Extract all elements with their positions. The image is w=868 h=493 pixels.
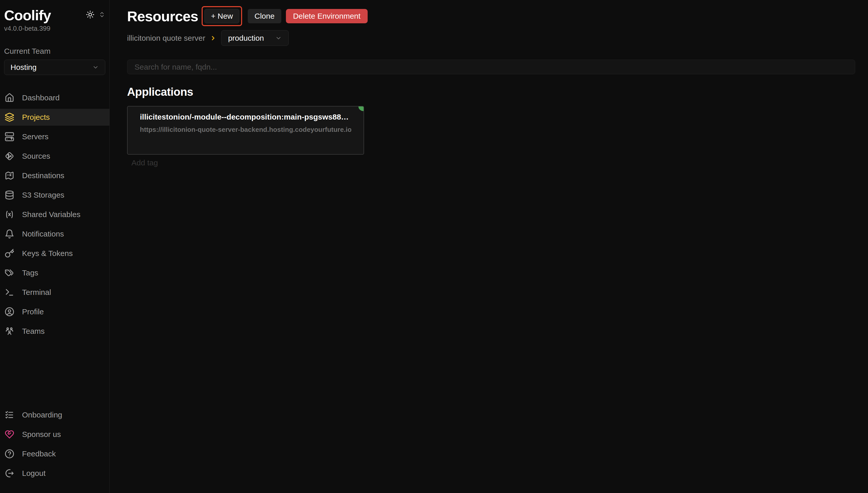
logout-icon — [5, 468, 14, 478]
chevron-down-icon — [92, 64, 99, 71]
heart-icon — [5, 430, 14, 439]
main-content: Resources + New Clone Delete Environment… — [110, 0, 868, 493]
add-tag-button[interactable]: Add tag — [131, 158, 158, 167]
annotation-highlight: + New — [202, 6, 242, 26]
sidebar-item-sponsor-us[interactable]: Sponsor us — [0, 426, 109, 443]
sidebar-item-teams[interactable]: Teams — [0, 323, 109, 340]
sidebar: Coolify v4.0.0-beta.399 Current Team Hos… — [0, 0, 110, 493]
sidebar-item-feedback[interactable]: Feedback — [0, 445, 109, 462]
bell-icon — [5, 229, 14, 239]
sidebar-item-label: Dashboard — [22, 93, 60, 102]
sidebar-item-dashboard[interactable]: Dashboard — [0, 89, 109, 106]
theme-toggle-sun-icon[interactable] — [86, 10, 95, 19]
team-select[interactable]: Hosting — [4, 60, 105, 75]
sidebar-item-keys-tokens[interactable]: Keys & Tokens — [0, 245, 109, 262]
page-title: Resources — [127, 8, 198, 25]
current-team-label: Current Team — [0, 47, 109, 56]
sidebar-item-servers[interactable]: Servers — [0, 128, 109, 145]
sidebar-item-label: Logout — [22, 469, 46, 478]
application-card[interactable]: illicitestonion/-module--decomposition:m… — [127, 106, 364, 155]
app-version: v4.0.0-beta.399 — [0, 25, 109, 33]
sidebar-item-label: S3 Storages — [22, 191, 64, 199]
app-logo[interactable]: Coolify — [4, 7, 51, 24]
map-icon — [5, 171, 14, 180]
sidebar-nav: DashboardProjectsServersSourcesDestinati… — [0, 89, 109, 342]
braces-x-icon — [5, 210, 14, 219]
sidebar-item-label: Keys & Tokens — [22, 249, 73, 258]
checklist-icon — [5, 410, 14, 420]
users-icon — [5, 326, 14, 336]
application-url: https://illicitonion-quote-server-backen… — [140, 126, 351, 134]
sidebar-item-tags[interactable]: Tags — [0, 264, 109, 281]
sidebar-item-shared-variables[interactable]: Shared Variables — [0, 206, 109, 223]
sidebar-item-label: Shared Variables — [22, 210, 80, 219]
breadcrumb: illicitonion quote server production — [127, 30, 855, 46]
terminal-icon — [5, 287, 14, 297]
layers-icon — [5, 112, 14, 122]
sidebar-item-label: Sponsor us — [22, 430, 61, 439]
sidebar-item-sources[interactable]: Sources — [0, 148, 109, 165]
sidebar-item-s3-storages[interactable]: S3 Storages — [0, 187, 109, 203]
server-icon — [5, 132, 14, 142]
tags-icon — [5, 268, 14, 278]
git-icon — [5, 151, 14, 161]
key-icon — [5, 249, 14, 258]
status-running-indicator — [358, 106, 364, 111]
applications-heading: Applications — [127, 86, 855, 98]
sidebar-item-label: Tags — [22, 269, 38, 277]
chevron-right-icon — [210, 35, 216, 41]
sidebar-item-label: Projects — [22, 113, 50, 122]
search-input[interactable] — [127, 60, 855, 74]
user-circle-icon — [5, 307, 14, 317]
sidebar-item-logout[interactable]: Logout — [0, 465, 109, 482]
environment-select-value: production — [228, 34, 264, 42]
sidebar-item-label: Sources — [22, 152, 50, 160]
sidebar-item-label: Onboarding — [22, 411, 62, 419]
sidebar-item-label: Profile — [22, 307, 44, 316]
delete-environment-button[interactable]: Delete Environment — [286, 9, 368, 23]
clone-button[interactable]: Clone — [248, 9, 281, 23]
chevrons-up-down-icon[interactable] — [99, 11, 105, 18]
sidebar-footer-nav: OnboardingSponsor usFeedbackLogout — [0, 406, 109, 493]
sidebar-item-label: Teams — [22, 327, 45, 336]
sidebar-item-notifications[interactable]: Notifications — [0, 226, 109, 242]
environment-select[interactable]: production — [221, 30, 289, 46]
sidebar-item-terminal[interactable]: Terminal — [0, 284, 109, 301]
sidebar-item-onboarding[interactable]: Onboarding — [0, 406, 109, 423]
sidebar-item-projects[interactable]: Projects — [0, 109, 109, 126]
new-button[interactable]: + New — [204, 9, 239, 23]
sidebar-item-label: Destinations — [22, 171, 64, 180]
sidebar-item-label: Notifications — [22, 230, 64, 238]
sidebar-item-label: Feedback — [22, 449, 56, 458]
sidebar-item-destinations[interactable]: Destinations — [0, 167, 109, 184]
sidebar-item-profile[interactable]: Profile — [0, 303, 109, 320]
home-icon — [5, 93, 14, 103]
application-title: illicitestonion/-module--decomposition:m… — [140, 113, 351, 121]
chevron-down-icon — [275, 35, 282, 41]
database-icon — [5, 190, 14, 200]
team-select-value: Hosting — [11, 63, 37, 72]
sidebar-item-label: Servers — [22, 132, 48, 141]
help-icon — [5, 449, 14, 459]
sidebar-item-label: Terminal — [22, 288, 51, 297]
breadcrumb-project[interactable]: illicitonion quote server — [127, 34, 205, 42]
